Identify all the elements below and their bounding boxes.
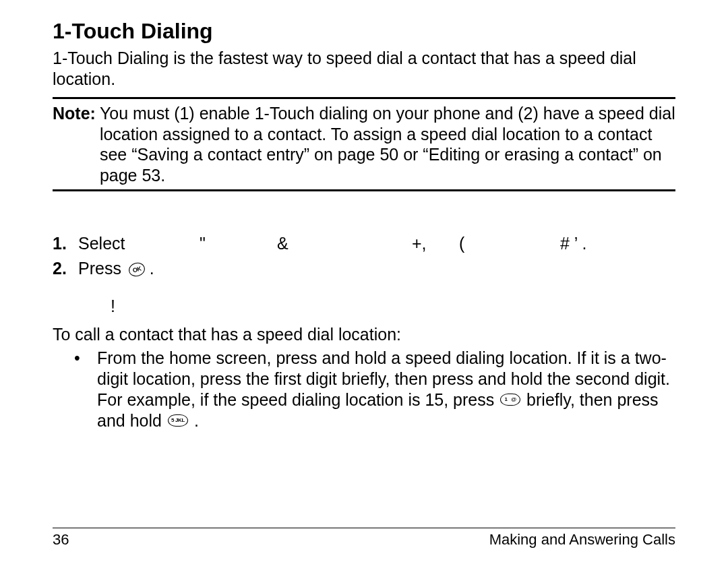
key-1-icon: 1 @	[500, 394, 520, 406]
note-block: Note: You must (1) enable 1-Touch dialin…	[53, 97, 675, 191]
stray-glyph: !	[111, 296, 675, 316]
ok-key-icon	[127, 261, 146, 278]
step-2: 2. Press .	[53, 257, 675, 280]
chapter-title: Making and Answering Calls	[489, 531, 675, 549]
step-1-sym: (	[459, 232, 560, 255]
bullet-dot: •	[74, 348, 97, 431]
step-number: 1.	[53, 232, 78, 255]
bullet-content: From the home screen, press and hold a s…	[97, 348, 675, 431]
step-1-sym: # ’ .	[560, 232, 675, 255]
step-1-sym: +,	[412, 232, 459, 255]
step-2-text: Press	[78, 259, 121, 278]
page-footer: 36 Making and Answering Calls	[53, 528, 675, 549]
bullet-text: .	[189, 411, 199, 430]
step-1-sym: "	[200, 232, 277, 255]
intro-paragraph: 1-Touch Dialing is the fastest way to sp…	[53, 48, 675, 89]
bullet-item: • From the home screen, press and hold a…	[53, 348, 675, 431]
step-1-select: Select	[78, 232, 200, 255]
note-label: Note:	[53, 103, 96, 185]
step-1: 1. Select " & +, ( # ’ .	[53, 232, 675, 255]
steps-list: 1. Select " & +, ( # ’ . 2. Press .	[53, 232, 675, 280]
key-5-icon: 5 JKL	[168, 414, 188, 427]
step-number: 2.	[53, 257, 78, 280]
section-heading: 1-Touch Dialing	[53, 19, 675, 44]
page-number: 36	[53, 531, 69, 549]
step-1-sym: &	[277, 232, 412, 255]
note-body: You must (1) enable 1-Touch dialing on y…	[100, 103, 675, 185]
call-intro: To call a contact that has a speed dial …	[53, 324, 675, 345]
